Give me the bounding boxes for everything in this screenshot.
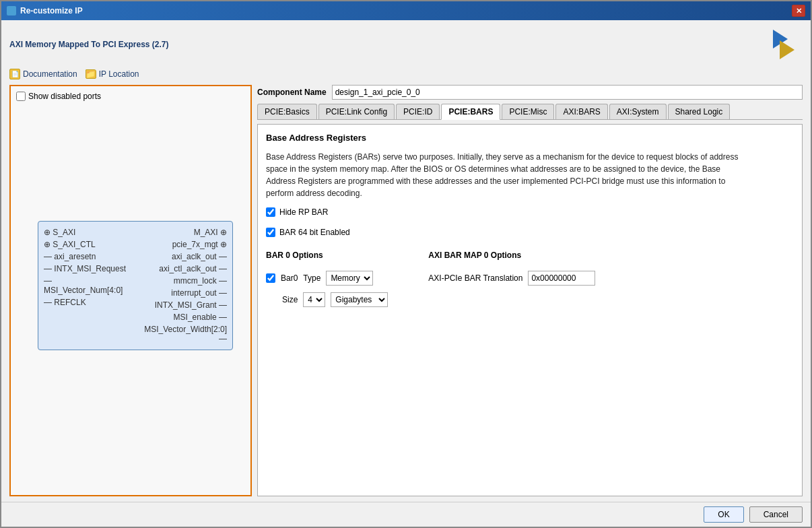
bar0-options-col: BAR 0 Options Bar0 Type Memory IO (266, 251, 388, 307)
bottom-bar: OK Cancel (1, 502, 811, 527)
tab-bar: PCIE:Basics PCIE:Link Config PCIE:ID PCI… (257, 104, 803, 120)
tab-content-pcie-bars: Base Address Registers Base Address Regi… (257, 124, 803, 496)
axi-pcie-bar-translation-input[interactable] (528, 271, 595, 286)
port-intx-msi-grant: INTX_MSI_Grant — (152, 300, 230, 310)
component-name-label: Component Name (257, 88, 327, 97)
documentation-button[interactable]: 📄 Documentation (9, 69, 77, 79)
port-m-axi: M_AXI ⊕ (191, 227, 230, 238)
close-button[interactable]: ✕ (792, 5, 805, 17)
app-title: AXI Memory Mapped To PCI Express (2.7) (9, 40, 169, 49)
tab-shared-logic[interactable]: Shared Logic (668, 104, 731, 119)
documentation-icon: 📄 (9, 69, 20, 79)
main-content: AXI Memory Mapped To PCI Express (2.7) 📄… (1, 20, 811, 502)
description-text: Base Address Registers (BARs) serve two … (266, 151, 751, 199)
port-s-axi: ⊕ S_AXI (41, 227, 78, 238)
bar-64bit-label: BAR 64 bit Enabled (279, 228, 350, 237)
show-disabled-ports-label: Show disabled ports (28, 92, 101, 101)
bar-64bit-row: BAR 64 bit Enabled (266, 228, 794, 237)
ok-button[interactable]: OK (704, 506, 743, 523)
show-disabled-ports-row: Show disabled ports (16, 92, 245, 101)
port-axi-ctl-aclk-out: axi_ctl_aclk_out — (156, 263, 230, 274)
axi-pcie-bar-translation-label: AXI-PCIe BAR Translation (428, 273, 522, 283)
folder-icon: 📁 (86, 69, 96, 79)
tab-pcie-basics[interactable]: PCIE:Basics (257, 104, 317, 119)
axi-bar-translation-row: AXI-PCIe BAR Translation (428, 271, 595, 286)
tab-pcie-misc[interactable]: PCIE:Misc (502, 104, 554, 119)
port-axi-aclk-out: axi_aclk_out — (169, 251, 230, 262)
left-panel: Show disabled ports ⊕ S_AXI ⊕ S_AXI_CTL … (9, 85, 252, 496)
size-unit-select[interactable]: Megabytes Gigabytes (331, 292, 388, 307)
toolbar: 📄 Documentation 📁 IP Location (9, 67, 803, 81)
port-msi-enable: MSI_enable — (171, 312, 230, 323)
port-msi-vector-num: — MSI_Vector_Num[4:0] (41, 275, 133, 296)
show-disabled-ports-checkbox[interactable] (16, 92, 26, 101)
port-mmcm-lock: mmcm_lock — (171, 275, 230, 286)
bar-64bit-checkbox[interactable] (266, 228, 275, 237)
component-name-row: Component Name (257, 85, 803, 100)
title-bar: Re-customize IP ✕ (1, 1, 811, 20)
axi-bar-map-label: AXI BAR MAP 0 Options (428, 251, 595, 260)
right-ports: M_AXI ⊕ pcie_7x_mgt ⊕ axi_aclk_out — axi… (135, 227, 230, 344)
bar0-options-label: BAR 0 Options (266, 251, 388, 260)
app-logo (770, 28, 803, 61)
component-name-input[interactable] (332, 85, 803, 100)
window-title: Re-customize IP (20, 6, 83, 15)
right-panel: Component Name PCIE:Basics PCIE:Link Con… (257, 85, 803, 496)
tab-axi-bars[interactable]: AXI:BARS (555, 104, 607, 119)
tab-axi-system[interactable]: AXI:System (609, 104, 667, 119)
bar0-label: Bar0 (281, 273, 298, 283)
section-title: Base Address Registers (266, 133, 794, 143)
hide-rp-bar-row: Hide RP BAR (266, 207, 794, 217)
port-s-axi-ctl: ⊕ S_AXI_CTL (41, 239, 98, 250)
content-area: Show disabled ports ⊕ S_AXI ⊕ S_AXI_CTL … (9, 85, 803, 496)
tab-pcie-link-config[interactable]: PCIE:Link Config (318, 104, 395, 119)
ip-location-label: IP Location (99, 69, 139, 79)
window: Re-customize IP ✕ AXI Memory Mapped To P… (0, 0, 812, 528)
tab-pcie-id[interactable]: PCIE:ID (396, 104, 440, 119)
documentation-label: Documentation (23, 69, 77, 79)
size-select[interactable]: 1 2 4 8 (303, 292, 325, 307)
component-diagram: ⊕ S_AXI ⊕ S_AXI_CTL — axi_aresetn — INTX… (38, 221, 233, 350)
hide-rp-bar-label: Hide RP BAR (279, 207, 328, 217)
port-pcie-7x-mgt: pcie_7x_mgt ⊕ (170, 239, 230, 250)
ip-location-button[interactable]: 📁 IP Location (86, 69, 139, 79)
port-interrupt-out: interrupt_out — (168, 288, 230, 298)
cancel-button[interactable]: Cancel (749, 506, 803, 523)
tab-pcie-bars[interactable]: PCIE:BARS (441, 104, 500, 120)
port-refclk: — REFCLK (41, 297, 89, 308)
port-intx-msi-request: — INTX_MSI_Request (41, 263, 129, 274)
port-axi-aresetn: — axi_aresetn (41, 251, 98, 262)
type-label: Type (303, 273, 320, 283)
bar0-type-select[interactable]: Memory IO (326, 271, 373, 286)
bar0-checkbox[interactable] (266, 273, 275, 283)
options-row: BAR 0 Options Bar0 Type Memory IO (266, 251, 794, 307)
bar0-row: Bar0 Type Memory IO (266, 271, 388, 286)
left-ports: ⊕ S_AXI ⊕ S_AXI_CTL — axi_aresetn — INTX… (41, 227, 133, 344)
size-row: Size 1 2 4 8 Megabytes Gigabytes (266, 292, 388, 307)
size-label: Size (282, 295, 298, 304)
hide-rp-bar-checkbox[interactable] (266, 207, 275, 217)
window-icon (7, 6, 16, 15)
logo-arrow2 (780, 40, 794, 59)
axi-bar-map-col: AXI BAR MAP 0 Options AXI-PCIe BAR Trans… (428, 251, 595, 307)
app-title-row: AXI Memory Mapped To PCI Express (2.7) (9, 26, 803, 63)
port-msi-vector-width: MSI_Vector_Width[2:0] — (135, 324, 230, 344)
